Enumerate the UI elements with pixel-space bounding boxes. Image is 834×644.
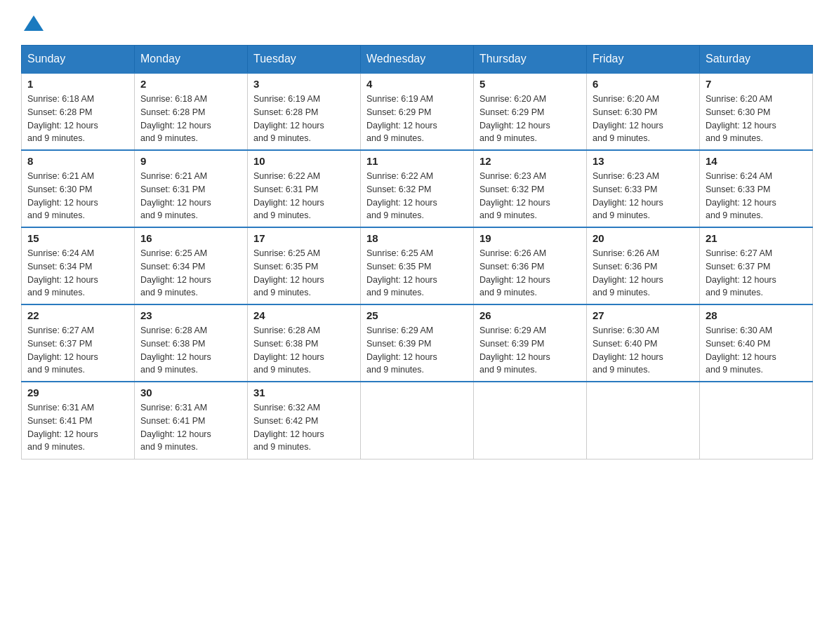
calendar-cell: 1Sunrise: 6:18 AMSunset: 6:28 PMDaylight… — [22, 73, 135, 150]
day-number: 12 — [479, 155, 581, 167]
day-info: Sunrise: 6:19 AMSunset: 6:28 PMDaylight:… — [253, 93, 355, 145]
day-number: 16 — [140, 232, 241, 244]
calendar-week-row: 29Sunrise: 6:31 AMSunset: 6:41 PMDayligh… — [22, 382, 813, 459]
calendar-cell: 23Sunrise: 6:28 AMSunset: 6:38 PMDayligh… — [135, 304, 248, 382]
day-info: Sunrise: 6:30 AMSunset: 6:40 PMDaylight:… — [593, 324, 694, 377]
day-info: Sunrise: 6:27 AMSunset: 6:37 PMDaylight:… — [27, 324, 128, 377]
day-info: Sunrise: 6:23 AMSunset: 6:33 PMDaylight:… — [593, 170, 694, 222]
calendar-cell: 2Sunrise: 6:18 AMSunset: 6:28 PMDaylight… — [135, 73, 248, 150]
day-info: Sunrise: 6:22 AMSunset: 6:32 PMDaylight:… — [366, 170, 468, 222]
day-info: Sunrise: 6:23 AMSunset: 6:32 PMDaylight:… — [479, 170, 581, 222]
day-number: 22 — [27, 309, 128, 321]
day-number: 17 — [253, 232, 355, 244]
logo — [21, 14, 44, 31]
calendar-week-row: 22Sunrise: 6:27 AMSunset: 6:37 PMDayligh… — [22, 304, 813, 382]
calendar-week-row: 8Sunrise: 6:21 AMSunset: 6:30 PMDaylight… — [22, 150, 813, 227]
day-number: 18 — [366, 232, 468, 244]
day-info: Sunrise: 6:29 AMSunset: 6:39 PMDaylight:… — [366, 324, 468, 377]
calendar-cell: 25Sunrise: 6:29 AMSunset: 6:39 PMDayligh… — [361, 304, 474, 382]
day-number: 14 — [706, 155, 807, 167]
calendar-cell: 18Sunrise: 6:25 AMSunset: 6:35 PMDayligh… — [361, 227, 474, 304]
calendar-cell: 15Sunrise: 6:24 AMSunset: 6:34 PMDayligh… — [22, 227, 135, 304]
day-number: 19 — [479, 232, 581, 244]
calendar-cell — [587, 382, 700, 459]
calendar-cell: 22Sunrise: 6:27 AMSunset: 6:37 PMDayligh… — [22, 304, 135, 382]
calendar-cell: 3Sunrise: 6:19 AMSunset: 6:28 PMDaylight… — [248, 73, 361, 150]
calendar-cell: 28Sunrise: 6:30 AMSunset: 6:40 PMDayligh… — [700, 304, 813, 382]
day-info: Sunrise: 6:18 AMSunset: 6:28 PMDaylight:… — [27, 93, 128, 145]
day-number: 23 — [140, 309, 241, 321]
day-number: 21 — [706, 232, 807, 244]
calendar-cell: 9Sunrise: 6:21 AMSunset: 6:31 PMDaylight… — [135, 150, 248, 227]
calendar-cell: 29Sunrise: 6:31 AMSunset: 6:41 PMDayligh… — [22, 382, 135, 459]
calendar-cell: 19Sunrise: 6:26 AMSunset: 6:36 PMDayligh… — [474, 227, 587, 304]
calendar-cell: 24Sunrise: 6:28 AMSunset: 6:38 PMDayligh… — [248, 304, 361, 382]
day-info: Sunrise: 6:24 AMSunset: 6:33 PMDaylight:… — [706, 170, 807, 222]
day-info: Sunrise: 6:20 AMSunset: 6:30 PMDaylight:… — [593, 93, 694, 145]
calendar-cell: 12Sunrise: 6:23 AMSunset: 6:32 PMDayligh… — [474, 150, 587, 227]
calendar-cell: 11Sunrise: 6:22 AMSunset: 6:32 PMDayligh… — [361, 150, 474, 227]
day-info: Sunrise: 6:28 AMSunset: 6:38 PMDaylight:… — [140, 324, 241, 377]
day-number: 31 — [253, 387, 355, 398]
day-number: 11 — [366, 155, 468, 167]
calendar-week-row: 1Sunrise: 6:18 AMSunset: 6:28 PMDaylight… — [22, 73, 813, 150]
day-number: 25 — [366, 309, 468, 321]
calendar-cell: 26Sunrise: 6:29 AMSunset: 6:39 PMDayligh… — [474, 304, 587, 382]
day-info: Sunrise: 6:26 AMSunset: 6:36 PMDaylight:… — [593, 247, 694, 300]
calendar-cell: 10Sunrise: 6:22 AMSunset: 6:31 PMDayligh… — [248, 150, 361, 227]
calendar-table: Sunday Monday Tuesday Wednesday Thursday… — [21, 45, 813, 459]
calendar-cell: 21Sunrise: 6:27 AMSunset: 6:37 PMDayligh… — [700, 227, 813, 304]
calendar-cell: 14Sunrise: 6:24 AMSunset: 6:33 PMDayligh… — [700, 150, 813, 227]
calendar-cell — [474, 382, 587, 459]
day-info: Sunrise: 6:20 AMSunset: 6:29 PMDaylight:… — [479, 93, 581, 145]
logo-triangle-icon — [24, 15, 44, 31]
day-info: Sunrise: 6:27 AMSunset: 6:37 PMDaylight:… — [706, 247, 807, 300]
day-number: 9 — [140, 155, 241, 167]
day-info: Sunrise: 6:18 AMSunset: 6:28 PMDaylight:… — [140, 93, 241, 145]
svg-marker-0 — [24, 15, 44, 31]
header-friday: Friday — [587, 46, 700, 74]
day-info: Sunrise: 6:25 AMSunset: 6:35 PMDaylight:… — [253, 247, 355, 300]
day-number: 15 — [27, 232, 128, 244]
day-number: 4 — [366, 78, 468, 90]
calendar-cell: 5Sunrise: 6:20 AMSunset: 6:29 PMDaylight… — [474, 73, 587, 150]
calendar-body: 1Sunrise: 6:18 AMSunset: 6:28 PMDaylight… — [22, 73, 813, 459]
header-wednesday: Wednesday — [361, 46, 474, 74]
day-number: 5 — [479, 78, 581, 90]
day-number: 29 — [27, 387, 128, 398]
calendar-cell: 4Sunrise: 6:19 AMSunset: 6:29 PMDaylight… — [361, 73, 474, 150]
calendar-week-row: 15Sunrise: 6:24 AMSunset: 6:34 PMDayligh… — [22, 227, 813, 304]
day-number: 26 — [479, 309, 581, 321]
day-number: 6 — [593, 78, 694, 90]
day-number: 30 — [140, 387, 241, 398]
calendar-cell: 8Sunrise: 6:21 AMSunset: 6:30 PMDaylight… — [22, 150, 135, 227]
calendar-cell: 30Sunrise: 6:31 AMSunset: 6:41 PMDayligh… — [135, 382, 248, 459]
calendar-cell: 16Sunrise: 6:25 AMSunset: 6:34 PMDayligh… — [135, 227, 248, 304]
day-info: Sunrise: 6:31 AMSunset: 6:41 PMDaylight:… — [27, 401, 128, 454]
day-number: 8 — [27, 155, 128, 167]
day-info: Sunrise: 6:21 AMSunset: 6:30 PMDaylight:… — [27, 170, 128, 222]
day-number: 20 — [593, 232, 694, 244]
calendar-cell: 17Sunrise: 6:25 AMSunset: 6:35 PMDayligh… — [248, 227, 361, 304]
calendar-cell: 13Sunrise: 6:23 AMSunset: 6:33 PMDayligh… — [587, 150, 700, 227]
calendar-cell — [361, 382, 474, 459]
calendar-cell: 7Sunrise: 6:20 AMSunset: 6:30 PMDaylight… — [700, 73, 813, 150]
header-monday: Monday — [135, 46, 248, 74]
calendar-cell: 31Sunrise: 6:32 AMSunset: 6:42 PMDayligh… — [248, 382, 361, 459]
header-tuesday: Tuesday — [248, 46, 361, 74]
day-info: Sunrise: 6:19 AMSunset: 6:29 PMDaylight:… — [366, 93, 468, 145]
day-info: Sunrise: 6:28 AMSunset: 6:38 PMDaylight:… — [253, 324, 355, 377]
day-info: Sunrise: 6:29 AMSunset: 6:39 PMDaylight:… — [479, 324, 581, 377]
day-number: 2 — [140, 78, 241, 90]
header-sunday: Sunday — [22, 46, 135, 74]
day-info: Sunrise: 6:25 AMSunset: 6:34 PMDaylight:… — [140, 247, 241, 300]
day-number: 13 — [593, 155, 694, 167]
day-number: 28 — [706, 309, 807, 321]
calendar-cell — [700, 382, 813, 459]
day-number: 10 — [253, 155, 355, 167]
day-info: Sunrise: 6:20 AMSunset: 6:30 PMDaylight:… — [706, 93, 807, 145]
calendar-header-row: Sunday Monday Tuesday Wednesday Thursday… — [22, 46, 813, 74]
calendar-cell: 20Sunrise: 6:26 AMSunset: 6:36 PMDayligh… — [587, 227, 700, 304]
header-saturday: Saturday — [700, 46, 813, 74]
day-info: Sunrise: 6:21 AMSunset: 6:31 PMDaylight:… — [140, 170, 241, 222]
